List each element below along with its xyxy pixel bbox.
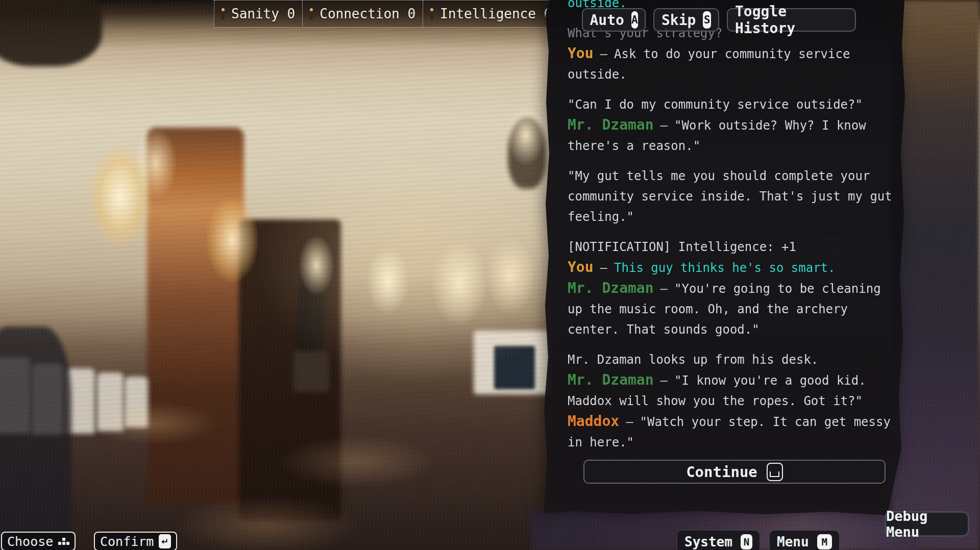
- skip-button[interactable]: Skip S: [653, 8, 719, 32]
- space-key-icon: [767, 463, 783, 481]
- dialogue-line: Mr. Dzaman–"Work outside? Why? I know th…: [568, 115, 898, 156]
- dialogue-line: You–Ask to do your community service out…: [568, 43, 898, 85]
- stats-bar: Sanity 0Connection 0Intelligence 6: [214, 0, 559, 28]
- toggle-history-button-label: Toggle History: [735, 3, 848, 37]
- speaker-name: Mr. Dzaman: [568, 371, 654, 388]
- candle-icon: [222, 8, 225, 20]
- confirm-button[interactable]: Confirm ↵: [94, 532, 177, 550]
- continue-button[interactable]: Continue: [583, 460, 886, 484]
- stat-label-value: Connection 0: [320, 6, 415, 21]
- continue-button-label: Continue: [686, 463, 757, 481]
- dialogue-dash: –: [654, 282, 674, 296]
- history-controls: Auto A Skip S Toggle History: [582, 8, 856, 32]
- dialogue-line: You–This guy thinks he's so smart.: [568, 257, 898, 278]
- history-block: "Can I do my community service outside?"…: [568, 94, 898, 156]
- dialogue-line: Mr. Dzaman–"You're going to be cleaning …: [568, 278, 898, 340]
- speaker-name: Mr. Dzaman: [568, 116, 654, 133]
- enter-key-icon: ↵: [159, 534, 171, 548]
- stat-label-value: Intelligence 6: [440, 6, 552, 21]
- menu-button[interactable]: Menu M: [770, 531, 839, 550]
- arrow-keys-icon: [58, 538, 69, 545]
- dialogue-dash: –: [594, 47, 614, 61]
- skip-button-label: Skip: [662, 12, 696, 29]
- history-log: outside.What's your strategy?You–Ask to …: [568, 0, 898, 484]
- candle-icon: [310, 8, 313, 20]
- keycap-s-icon: S: [703, 11, 711, 29]
- debug-menu-button[interactable]: Debug Menu: [885, 511, 969, 537]
- keycap-n-icon: N: [741, 534, 752, 549]
- dialogue-dash: –: [654, 118, 674, 133]
- debug-menu-button-label: Debug Menu: [886, 508, 968, 540]
- choose-button[interactable]: Choose: [1, 532, 76, 550]
- choose-button-label: Choose: [7, 534, 53, 549]
- stat-sanity: Sanity 0: [214, 0, 303, 28]
- speaker-name: You: [568, 45, 594, 62]
- auto-button-label: Auto: [590, 12, 624, 29]
- keycap-m-icon: M: [817, 534, 832, 549]
- speaker-name: Maddox: [568, 413, 619, 430]
- dialogue-line: Maddox–"Watch your step. It can get mess…: [568, 411, 898, 453]
- menu-button-label: Menu: [777, 534, 809, 549]
- history-panel-background: Auto A Skip S Toggle History outside.Wha…: [544, 0, 910, 515]
- narration-line: Mr. Dzaman looks up from his desk.: [568, 349, 898, 370]
- history-panel: Auto A Skip S Toggle History outside.Wha…: [544, 0, 910, 515]
- dialogue-line: Mr. Dzaman–"I know you're a good kid. Ma…: [568, 370, 898, 411]
- stat-label-value: Sanity 0: [231, 6, 295, 21]
- dialogue-dash: –: [619, 415, 640, 429]
- narration-line: "Can I do my community service outside?": [568, 94, 898, 115]
- dialogue-text: This guy thinks he's so smart.: [614, 261, 835, 275]
- confirm-button-label: Confirm: [100, 534, 154, 549]
- history-block: [NOTIFICATION] Intelligence: +1You–This …: [568, 237, 898, 340]
- history-block: What's your strategy?You–Ask to do your …: [568, 23, 898, 85]
- dialogue-dash: –: [594, 261, 614, 275]
- speaker-name: You: [568, 259, 594, 276]
- narration-line: "My gut tells me you should complete you…: [568, 166, 898, 227]
- keycap-a-icon: A: [631, 11, 638, 29]
- toggle-history-button[interactable]: Toggle History: [727, 8, 856, 32]
- stat-intelligence: Intelligence 6: [423, 0, 559, 28]
- candle-icon: [430, 8, 433, 20]
- speaker-name: Mr. Dzaman: [568, 280, 654, 296]
- dialogue-dash: –: [654, 373, 674, 388]
- narration-line: [NOTIFICATION] Intelligence: +1: [568, 237, 898, 257]
- system-button-label: System: [684, 534, 732, 549]
- system-button[interactable]: System N: [677, 531, 760, 550]
- auto-button[interactable]: Auto A: [582, 8, 646, 32]
- stat-connection: Connection 0: [302, 0, 423, 28]
- history-block: "My gut tells me you should complete you…: [568, 166, 898, 227]
- history-block: Mr. Dzaman looks up from his desk.Mr. Dz…: [568, 349, 898, 453]
